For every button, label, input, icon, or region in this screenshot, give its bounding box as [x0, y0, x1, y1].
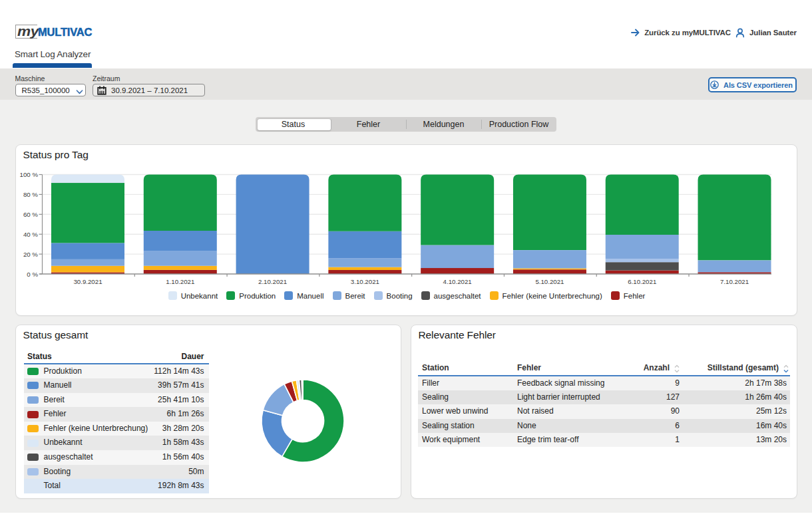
svg-text:20 %: 20 % — [23, 251, 37, 258]
svg-text:1.10.2021: 1.10.2021 — [166, 278, 194, 285]
svg-text:60 %: 60 % — [23, 211, 37, 218]
svg-text:100 %: 100 % — [19, 171, 38, 178]
svg-text:30.9.2021: 30.9.2021 — [73, 278, 102, 285]
svg-text:0 %: 0 % — [27, 271, 38, 278]
svg-text:2.10.2021: 2.10.2021 — [258, 278, 287, 285]
svg-text:3.10.2021: 3.10.2021 — [350, 278, 379, 285]
svg-text:5.10.2021: 5.10.2021 — [535, 278, 564, 285]
svg-text:4.10.2021: 4.10.2021 — [443, 278, 471, 285]
svg-text:7.10.2021: 7.10.2021 — [719, 278, 748, 285]
svg-text:6.10.2021: 6.10.2021 — [628, 278, 656, 285]
svg-text:40 %: 40 % — [23, 231, 37, 238]
svg-text:80 %: 80 % — [23, 191, 37, 198]
